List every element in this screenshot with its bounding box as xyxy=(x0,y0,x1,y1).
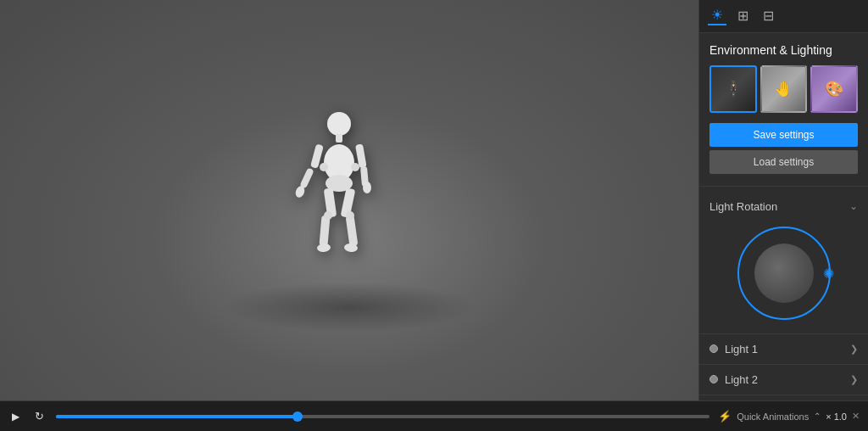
panel-toolbar: ☀ ⊞ ⊟ xyxy=(699,0,868,33)
env-thumb-colorful-content: 🎨 xyxy=(812,67,856,111)
quick-animations: ⚡ Quick Animations ⌃ × 1.0 ✕ xyxy=(718,410,860,423)
light-2-name: Light 2 xyxy=(725,373,758,386)
light-2-left: Light 2 xyxy=(709,373,758,386)
env-thumb-colorful[interactable]: 🎨 xyxy=(810,65,858,113)
light-1-dot xyxy=(709,344,718,353)
panel-title: Environment & Lighting xyxy=(699,33,868,65)
svg-rect-1 xyxy=(336,134,342,143)
quick-anim-chevron[interactable]: ⌃ xyxy=(814,411,821,421)
env-thumb-light[interactable]: 🤚 xyxy=(760,65,808,113)
mannequin-figure xyxy=(288,105,390,295)
speed-value: × 1.0 xyxy=(826,411,847,422)
svg-point-16 xyxy=(320,163,328,171)
light-1-name: Light 1 xyxy=(725,343,758,355)
svg-point-12 xyxy=(317,243,331,252)
light-1-chevron: ❯ xyxy=(850,344,858,355)
svg-rect-11 xyxy=(319,216,330,247)
timeline-track[interactable] xyxy=(56,415,709,418)
quick-animations-label: Quick Animations xyxy=(737,411,809,422)
save-settings-button[interactable]: Save settings xyxy=(709,123,858,147)
environment-thumbnails: 🕴 🤚 🎨 xyxy=(699,65,868,121)
rotation-control: ✺ xyxy=(699,218,868,333)
svg-rect-14 xyxy=(346,215,359,246)
load-settings-button[interactable]: Load settings xyxy=(709,150,858,174)
svg-point-17 xyxy=(351,163,359,171)
replay-button[interactable]: ↻ xyxy=(31,408,47,424)
section-divider xyxy=(699,186,868,187)
play-button[interactable]: ▶ xyxy=(8,409,23,424)
viewport xyxy=(0,0,698,400)
light-2-chevron: ❯ xyxy=(850,374,858,385)
rotation-ball[interactable] xyxy=(754,243,814,303)
light-rotation-label: Light Rotation xyxy=(709,200,777,213)
timeline-thumb[interactable] xyxy=(292,411,303,422)
light-rotation-header[interactable]: Light Rotation ⌄ xyxy=(699,192,868,218)
light-2-dot xyxy=(709,375,718,383)
svg-rect-5 xyxy=(299,167,314,188)
env-thumb-light-content: 🤚 xyxy=(762,67,806,111)
rotation-circle[interactable]: ✺ xyxy=(737,227,831,320)
svg-point-0 xyxy=(327,112,351,136)
light-1-left: Light 1 xyxy=(709,343,758,355)
light-item-3[interactable]: Light 3 ❯ xyxy=(699,395,868,400)
speed-close-icon[interactable]: ✕ xyxy=(852,411,860,422)
env-thumb-dark[interactable]: 🕴 xyxy=(709,65,757,113)
light-item-1[interactable]: Light 1 ❯ xyxy=(699,333,868,364)
svg-point-19 xyxy=(346,211,354,220)
timeline-progress xyxy=(56,415,298,418)
quick-anim-icon: ⚡ xyxy=(718,410,732,423)
lighting-tab-icon[interactable]: ☀ xyxy=(708,7,726,25)
right-panel: ☀ ⊞ ⊟ Environment & Lighting 🕴 🤚 🎨 Save … xyxy=(698,0,868,400)
env-thumb-dark-content: 🕴 xyxy=(711,67,755,111)
hdri-tab-icon[interactable]: ⊟ xyxy=(759,7,777,25)
light-rotation-chevron: ⌄ xyxy=(849,200,858,212)
rotation-sun-icon: ✺ xyxy=(823,265,834,281)
svg-point-9 xyxy=(363,182,371,193)
svg-point-18 xyxy=(324,211,332,220)
light-item-2[interactable]: Light 2 ❯ xyxy=(699,364,868,395)
grid-tab-icon[interactable]: ⊞ xyxy=(733,7,752,25)
bottom-bar: ▶ ↻ ⚡ Quick Animations ⌃ × 1.0 ✕ xyxy=(0,400,868,431)
